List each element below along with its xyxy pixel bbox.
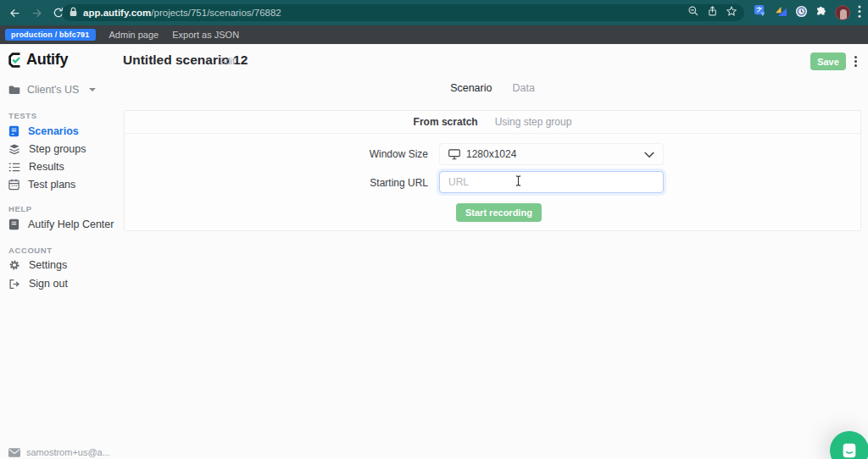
- lock-icon: [69, 5, 78, 20]
- mode-tabs: From scratch Using step group: [125, 111, 860, 134]
- admin-toolbar: production / bbfc791 Admin page Export a…: [0, 25, 868, 44]
- window-size-label: Window Size: [315, 148, 428, 160]
- sign-out-icon: [8, 279, 20, 290]
- url-text: app.autify.com/projects/751/scenarios/76…: [83, 8, 281, 18]
- share-icon[interactable]: [707, 5, 718, 20]
- edit-title-link[interactable]: Edit: [220, 56, 235, 66]
- sidebar-item-sign-out[interactable]: Sign out: [8, 278, 68, 290]
- autify-logo[interactable]: Autify: [7, 51, 68, 69]
- chrome-menu-icon[interactable]: [858, 5, 861, 21]
- save-button[interactable]: Save: [810, 53, 846, 70]
- browser-profile-avatar[interactable]: [835, 5, 850, 20]
- starting-url-label: Starting URL: [315, 177, 428, 189]
- caret-down-icon: [89, 88, 96, 91]
- sidebar-section-account: ACCOUNT: [8, 246, 53, 255]
- tab-using-step-group[interactable]: Using step group: [495, 116, 572, 128]
- messenger-icon: [840, 441, 859, 459]
- autify-logo-mark: [7, 52, 24, 69]
- results-list-icon: [8, 162, 20, 173]
- starting-url-input[interactable]: [439, 171, 664, 193]
- tab-scenario[interactable]: Scenario: [450, 82, 492, 94]
- clock-extension-icon[interactable]: [795, 5, 808, 21]
- window-size-select[interactable]: 1280x1024: [439, 143, 664, 165]
- sidebar-item-scenarios[interactable]: Scenarios: [8, 125, 79, 137]
- autify-logo-text: Autify: [26, 51, 68, 69]
- back-icon[interactable]: [3, 2, 25, 24]
- gear-icon: [8, 259, 20, 271]
- tab-data[interactable]: Data: [512, 82, 534, 94]
- page-tabs: Scenario Data: [124, 82, 861, 94]
- bookmark-star-icon[interactable]: [726, 5, 737, 20]
- tab-from-scratch[interactable]: From scratch: [414, 116, 478, 128]
- user-email: samostrom+us@a...: [8, 447, 110, 457]
- sidebar-item-test-plans[interactable]: Test plans: [8, 179, 75, 191]
- address-bar[interactable]: app.autify.com/projects/751/scenarios/76…: [62, 4, 744, 21]
- folder-icon: [8, 85, 20, 95]
- start-recording-button[interactable]: Start recording: [456, 203, 542, 222]
- browser-chrome: app.autify.com/projects/751/scenarios/76…: [0, 0, 868, 25]
- more-options-icon[interactable]: [849, 53, 861, 70]
- translate-extension-icon[interactable]: [754, 5, 767, 21]
- window-size-value: 1280x1024: [466, 148, 516, 160]
- sidebar-item-step-groups[interactable]: Step groups: [8, 143, 86, 155]
- sidebar-item-results[interactable]: Results: [8, 161, 64, 173]
- monitor-icon: [448, 149, 460, 160]
- workspace-selector[interactable]: Client's US: [8, 84, 96, 96]
- chat-launcher[interactable]: [830, 431, 868, 459]
- help-book-icon: [8, 218, 19, 230]
- layers-icon: [8, 143, 20, 155]
- screen: app.autify.com/projects/751/scenarios/76…: [0, 0, 868, 459]
- chevron-down-icon: [644, 147, 654, 162]
- sidebar-item-settings[interactable]: Settings: [8, 259, 67, 271]
- scenarios-icon: [8, 125, 19, 137]
- calendar-icon: [8, 179, 19, 191]
- extensions-puzzle-icon[interactable]: [815, 5, 827, 20]
- envelope-icon: [8, 448, 20, 457]
- export-json-link[interactable]: Export as JSON: [172, 30, 239, 40]
- sidebar-item-help-center[interactable]: Autify Help Center: [8, 218, 114, 230]
- sidebar-section-tests: TESTS: [8, 111, 37, 120]
- zoom-out-icon[interactable]: [687, 5, 699, 20]
- extension-icon[interactable]: [775, 5, 787, 20]
- workspace-label: Client's US: [27, 84, 79, 96]
- environment-badge: production / bbfc791: [5, 29, 96, 41]
- forward-icon[interactable]: [25, 2, 47, 24]
- admin-page-link[interactable]: Admin page: [109, 30, 159, 40]
- sidebar-section-help: HELP: [8, 204, 32, 213]
